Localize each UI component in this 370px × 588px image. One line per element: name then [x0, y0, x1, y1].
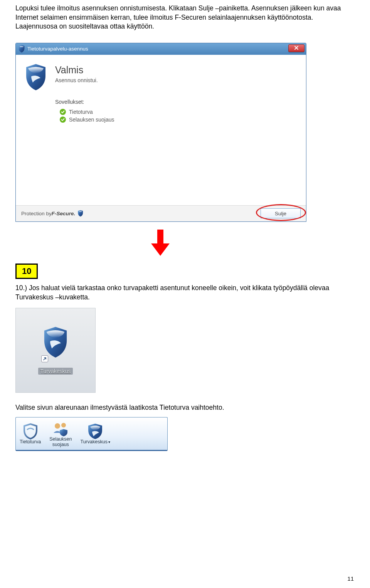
- toolbar-item-label: Tietoturva: [20, 439, 41, 445]
- app-item-label: Tietoturva: [69, 109, 93, 115]
- toolbar-screenshot: Tietoturva Selauksen suojaus: [15, 417, 168, 451]
- protection-by-brand: Protection by F-Secure.: [21, 210, 84, 217]
- toolbar-item-label: Turvakeskus: [81, 439, 108, 444]
- close-button-label: Sulje: [275, 211, 286, 216]
- chevron-down-icon: ▾: [108, 440, 110, 444]
- step-number-box: 10: [15, 264, 38, 279]
- desktop-shortcut-screenshot: Turvakeskus: [15, 308, 96, 393]
- titlebar-shield-icon: [18, 46, 25, 52]
- app-item: Tietoturva: [60, 109, 298, 115]
- intro-paragraph: Lopuksi tulee ilmoitus asennuksen onnist…: [15, 4, 355, 31]
- step-text: 10.) Jos haluat vielä tarkastaa onko tur…: [15, 284, 355, 302]
- shield-icon: [42, 326, 69, 357]
- desktop-icon-label: Turvakeskus: [38, 368, 73, 375]
- dialog-footer: Protection by F-Secure. Sulje: [16, 205, 306, 221]
- window-close-button[interactable]: [288, 44, 304, 52]
- close-button[interactable]: Sulje: [261, 208, 301, 218]
- page-number: 11: [347, 575, 354, 582]
- close-icon: [294, 45, 299, 52]
- toolbar-item-tietoturva[interactable]: Tietoturva: [20, 422, 41, 445]
- protection-prefix: Protection by: [21, 211, 52, 216]
- brand-name: F-Secure.: [52, 211, 76, 216]
- shield-icon: [24, 63, 47, 91]
- users-shield-icon: [51, 420, 70, 437]
- toolbar-item-label-line1: Selauksen: [49, 437, 72, 442]
- arrow-down-icon: [150, 230, 170, 256]
- status-title: Valmis: [55, 64, 298, 76]
- status-subtitle: Asennus onnistui.: [55, 77, 298, 83]
- apps-label: Sovellukset:: [55, 99, 298, 105]
- shortcut-overlay-icon: [41, 355, 48, 362]
- shield-outline-icon: [21, 422, 40, 439]
- toolbar-item-turvakeskus[interactable]: Turvakeskus▾: [81, 422, 110, 445]
- dialog-title: Tietoturvapalvelu-asennus: [27, 46, 88, 52]
- shield-swirl-icon: [86, 422, 104, 439]
- footer-paragraph: Valitse sivun alareunaan ilmestyvästä la…: [15, 404, 355, 412]
- svg-point-1: [61, 423, 66, 427]
- toolbar-item-label-line2: suojaus: [52, 442, 69, 448]
- app-item: Selauksen suojaus: [60, 117, 298, 123]
- installer-dialog: Tietoturvapalvelu-asennus Valmis Asennus…: [15, 43, 306, 222]
- check-icon: [60, 117, 66, 123]
- check-icon: [60, 109, 66, 115]
- fsecure-logo-icon: [77, 210, 84, 217]
- step-number: 10: [22, 266, 31, 276]
- svg-point-0: [55, 423, 60, 429]
- app-item-label: Selauksen suojaus: [69, 117, 114, 123]
- titlebar: Tietoturvapalvelu-asennus: [16, 43, 306, 55]
- toolbar-item-selauksen-suojaus[interactable]: Selauksen suojaus: [49, 420, 72, 448]
